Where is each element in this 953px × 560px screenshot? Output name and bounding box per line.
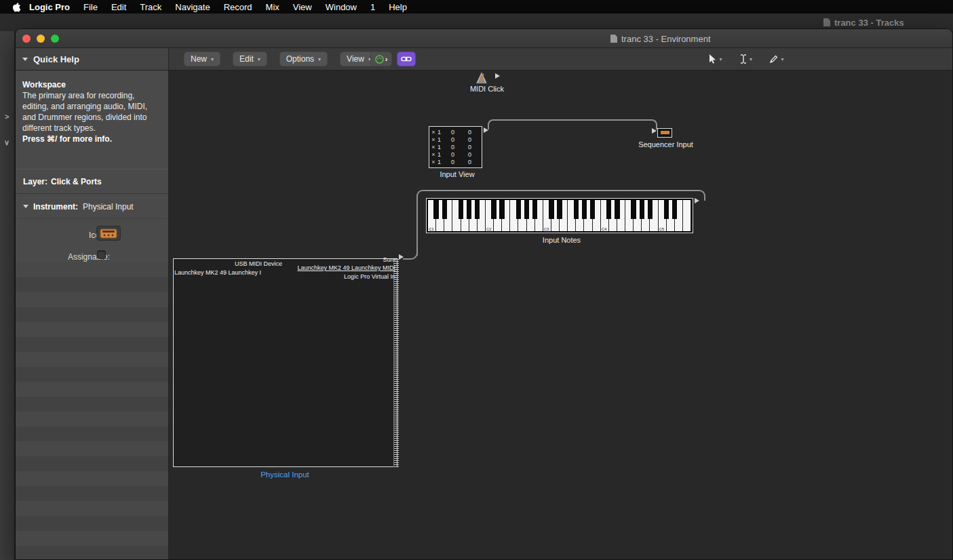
zoom-button[interactable] <box>51 35 59 43</box>
menu-item-mix[interactable]: Mix <box>259 2 286 12</box>
menu-app-name[interactable]: Logic Pro <box>28 2 77 12</box>
input-view-row: ×100 <box>429 136 482 144</box>
toolbar-menus: New▾Edit▾Options▾View▾ <box>184 52 378 66</box>
input-view-value: 1 <box>437 129 451 136</box>
octave-label: C5 <box>659 227 665 231</box>
menu-item-track[interactable]: Track <box>133 2 168 12</box>
chevron-down-icon[interactable] <box>22 58 28 61</box>
octave-label: C4 <box>602 227 607 231</box>
help-line: The primary area for recording, <box>22 90 162 101</box>
apple-menu[interactable] <box>0 2 28 12</box>
white-key[interactable] <box>683 200 691 231</box>
toolbar-menu-options[interactable]: Options▾ <box>279 52 328 66</box>
menu-item-file[interactable]: File <box>77 2 104 12</box>
menu-item-view[interactable]: View <box>286 2 319 12</box>
black-key[interactable] <box>475 200 480 219</box>
cable-input-view-to-sequencer[interactable] <box>488 119 657 129</box>
help-lines: The primary area for recording,editing, … <box>22 90 162 134</box>
chevron-down-icon: ▾ <box>258 56 260 62</box>
menu-item-navigate[interactable]: Navigate <box>168 2 216 12</box>
input-view-value: 1 <box>437 151 451 158</box>
black-key[interactable] <box>672 200 677 219</box>
quick-help-header[interactable]: Quick Help <box>16 48 169 70</box>
midi-out-button[interactable]: › <box>370 52 392 66</box>
close-button[interactable] <box>22 35 31 43</box>
black-key[interactable] <box>549 200 553 219</box>
input-connector[interactable] <box>652 128 657 134</box>
black-key[interactable] <box>557 200 562 219</box>
black-key[interactable] <box>631 200 636 219</box>
black-key[interactable] <box>664 200 669 219</box>
black-key[interactable] <box>532 200 537 219</box>
menu-item-1[interactable]: 1 <box>364 2 382 12</box>
black-key[interactable] <box>499 200 504 219</box>
link-button[interactable] <box>397 52 416 66</box>
assignable-checkbox[interactable] <box>97 250 106 259</box>
tool-selectors: ▾ ▾ ▾ <box>703 52 789 66</box>
black-key[interactable] <box>442 200 447 219</box>
black-key[interactable] <box>640 200 644 219</box>
output-connector[interactable] <box>484 127 488 133</box>
window-title: tranc 33 - Environment <box>610 29 711 48</box>
black-key[interactable] <box>606 200 611 219</box>
chevron-down-icon[interactable] <box>23 205 28 208</box>
menu-item-window[interactable]: Window <box>319 2 364 12</box>
sequencer-input-label[interactable]: Sequencer Input <box>610 140 722 148</box>
mute-x-icon: × <box>429 129 437 136</box>
menu-item-help[interactable]: Help <box>382 2 414 12</box>
input-view-grid: ×100×100×100×100×100 <box>429 129 482 166</box>
title-bar[interactable]: tranc 33 - Environment <box>16 29 952 48</box>
black-key[interactable] <box>467 200 471 219</box>
physical-input-pins[interactable] <box>393 259 399 467</box>
environment-window: tranc 33 - Environment Quick Help New▾Ed… <box>15 28 953 560</box>
minimize-button[interactable] <box>37 35 45 43</box>
sequencer-input-object[interactable] <box>657 128 672 138</box>
input-view-row: ×100 <box>429 129 482 136</box>
input-notes-object[interactable]: C1C2C3C4C5 <box>426 198 693 233</box>
text-tool-button[interactable]: ▾ <box>734 52 758 66</box>
pencil-tool-button[interactable]: ▾ <box>764 52 789 66</box>
input-view-label[interactable]: Input View <box>420 170 494 178</box>
black-key[interactable] <box>516 200 521 219</box>
menu-item-edit[interactable]: Edit <box>104 2 133 12</box>
input-notes-label[interactable]: Input Notes <box>524 236 599 244</box>
toolbar-menu-new[interactable]: New▾ <box>184 52 220 66</box>
octave-label: C3 <box>544 227 549 231</box>
layer-selector[interactable]: Layer: Click & Ports <box>16 169 168 194</box>
output-connector[interactable] <box>695 198 699 203</box>
physical-input-object[interactable] <box>173 258 397 467</box>
black-key[interactable] <box>491 200 496 219</box>
black-key[interactable] <box>590 200 595 219</box>
menu-item-record[interactable]: Record <box>217 2 259 12</box>
input-view-row: ×100 <box>429 151 482 159</box>
layer-value[interactable]: Click & Ports <box>51 177 102 186</box>
black-key[interactable] <box>582 200 587 219</box>
menu-label: Options <box>286 54 314 64</box>
input-view-value: 0 <box>451 151 468 158</box>
black-key[interactable] <box>433 200 438 219</box>
cable-elbow-segment[interactable] <box>403 247 418 260</box>
output-connector[interactable] <box>399 254 404 260</box>
instrument-icon-button[interactable] <box>96 226 121 241</box>
physical-input-label[interactable]: Physical Input <box>248 471 322 479</box>
black-key[interactable] <box>648 200 653 219</box>
chevron-right-icon[interactable]: > <box>5 113 9 121</box>
menu-label: Edit <box>239 54 254 64</box>
input-view-object[interactable]: ×100×100×100×100×100 <box>429 126 482 168</box>
instrument-row[interactable]: Instrument: Physical Input <box>16 195 168 219</box>
pointer-tool-button[interactable]: ▾ <box>703 52 728 66</box>
black-key[interactable] <box>574 200 579 219</box>
black-key[interactable] <box>459 200 463 219</box>
output-connector[interactable] <box>495 73 500 79</box>
black-key[interactable] <box>524 200 529 219</box>
toolbar-menu-edit[interactable]: Edit▾ <box>233 52 267 66</box>
chevron-down-icon[interactable]: ∨ <box>4 138 9 147</box>
keyboard[interactable]: C1C2C3C4C5 <box>428 200 691 231</box>
input-view-value: 0 <box>468 136 482 143</box>
midi-click-object[interactable] <box>474 71 489 85</box>
black-key[interactable] <box>615 200 619 219</box>
quick-help-panel: Workspace The primary area for recording… <box>22 79 162 144</box>
midi-click-label[interactable]: MIDI Click <box>450 85 524 93</box>
input-view-row: ×100 <box>429 144 482 151</box>
input-view-row: ×100 <box>429 159 482 166</box>
